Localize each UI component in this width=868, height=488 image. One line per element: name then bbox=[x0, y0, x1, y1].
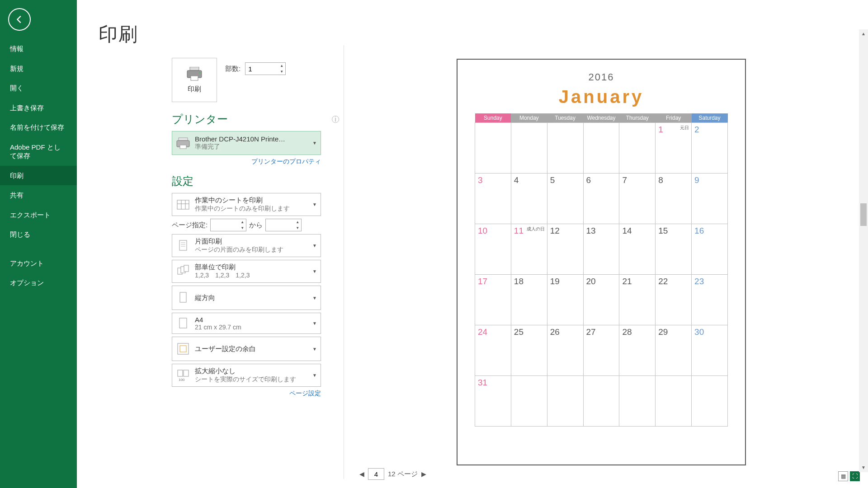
margins-selector[interactable]: ユーザー設定の余白 ▼ bbox=[172, 337, 321, 361]
preview-scrollbar[interactable]: ▲ ▼ bbox=[859, 29, 868, 472]
sidebar-item[interactable]: 印刷 bbox=[0, 166, 77, 186]
printer-heading: プリンター i bbox=[172, 112, 339, 127]
scroll-thumb[interactable] bbox=[860, 203, 867, 226]
sidebar-item[interactable]: 閉じる bbox=[0, 225, 77, 244]
no-scaling-icon: 100 bbox=[176, 368, 190, 383]
svg-point-7 bbox=[199, 71, 201, 73]
next-page-icon[interactable]: ▶ bbox=[421, 470, 426, 478]
calendar-cell: 2 bbox=[692, 123, 728, 174]
calendar-cell: 29 bbox=[656, 325, 692, 376]
svg-rect-21 bbox=[184, 265, 189, 272]
paper-title: A4 bbox=[195, 316, 310, 324]
back-button[interactable] bbox=[8, 8, 31, 31]
sides-selector[interactable]: 片面印刷 ページの片面のみを印刷します ▼ bbox=[172, 234, 321, 257]
calendar-cell: 20 bbox=[583, 275, 619, 325]
calendar-cell bbox=[619, 376, 656, 427]
sheets-icon bbox=[176, 197, 190, 212]
current-page-input[interactable] bbox=[368, 468, 384, 480]
collate-sub: 1,2,3 1,2,3 1,2,3 bbox=[195, 272, 310, 280]
scaling-sub: シートを実際のサイズで印刷します bbox=[195, 375, 310, 384]
copies-up-icon[interactable]: ▲ bbox=[278, 63, 285, 69]
sidebar-item[interactable]: 新規 bbox=[0, 59, 77, 79]
calendar-cell bbox=[547, 123, 583, 174]
zoom-whole-page-icon[interactable]: ▦ bbox=[838, 471, 848, 481]
calendar-cell bbox=[475, 123, 511, 174]
scaling-title: 拡大縮小なし bbox=[195, 367, 310, 375]
page-setup-link[interactable]: ページ設定 bbox=[172, 389, 321, 398]
calendar-cell: 22 bbox=[656, 275, 692, 325]
margins-title: ユーザー設定の余白 bbox=[195, 345, 310, 353]
calendar-table: SundayMondayTuesdayWednesdayThursdayFrid… bbox=[475, 113, 728, 427]
sidebar-item[interactable]: アカウント bbox=[0, 253, 77, 273]
svg-rect-27 bbox=[184, 370, 189, 376]
info-icon[interactable]: i bbox=[332, 116, 339, 123]
zoom-to-page-icon[interactable]: ⛶ bbox=[850, 471, 860, 481]
calendar-cell: 7 bbox=[619, 174, 656, 224]
chevron-down-icon: ▼ bbox=[312, 269, 317, 274]
orientation-selector[interactable]: 縦方向 ▼ bbox=[172, 286, 321, 310]
calendar-cell: 25 bbox=[511, 325, 547, 376]
page-icon bbox=[176, 316, 190, 331]
paper-selector[interactable]: A4 21 cm x 29.7 cm ▼ bbox=[172, 313, 321, 334]
calendar-dow: Thursday bbox=[619, 113, 656, 123]
spin-down-icon[interactable]: ▼ bbox=[239, 225, 246, 231]
calendar-cell: 11成人の日 bbox=[511, 224, 547, 275]
calendar-cell: 5 bbox=[547, 174, 583, 224]
svg-rect-15 bbox=[179, 240, 187, 250]
margins-icon bbox=[176, 342, 190, 356]
calendar-dow: Friday bbox=[656, 113, 692, 123]
calendar-cell: 8 bbox=[656, 174, 692, 224]
svg-rect-26 bbox=[178, 370, 183, 376]
calendar-cell bbox=[583, 123, 619, 174]
printer-name: Brother DCP-J4210N Printe… bbox=[195, 135, 310, 143]
spin-up-icon[interactable]: ▲ bbox=[294, 219, 301, 225]
scaling-selector[interactable]: 100 拡大縮小なし シートを実際のサイズで印刷します ▼ bbox=[172, 364, 321, 387]
calendar-cell: 30 bbox=[692, 325, 728, 376]
chevron-down-icon: ▼ bbox=[312, 296, 317, 300]
page-range-row: ページ指定: ▲▼ から ▲▼ bbox=[172, 219, 321, 231]
calendar-cell: 13 bbox=[583, 224, 619, 275]
calendar-cell bbox=[619, 123, 656, 174]
copies-down-icon[interactable]: ▼ bbox=[278, 69, 285, 75]
sidebar-item[interactable]: 共有 bbox=[0, 185, 77, 205]
spin-down-icon[interactable]: ▼ bbox=[294, 225, 301, 231]
svg-rect-10 bbox=[180, 145, 186, 149]
preview-page: 2016 January SundayMondayTuesdayWednesda… bbox=[457, 59, 746, 465]
printer-selector[interactable]: Brother DCP-J4210N Printe… 準備完了 ▼ bbox=[172, 131, 321, 155]
backstage-main: 印刷 印刷 部数: ▲ ▼ プリンター i bbox=[77, 0, 868, 488]
chevron-down-icon: ▼ bbox=[312, 202, 317, 207]
chevron-down-icon: ▼ bbox=[312, 321, 317, 326]
page-navigation: ◀ 12 ページ ▶ bbox=[359, 468, 426, 480]
chevron-down-icon: ▼ bbox=[312, 347, 317, 352]
scroll-up-icon[interactable]: ▲ bbox=[859, 29, 868, 38]
sidebar-item[interactable]: 開く bbox=[0, 78, 77, 98]
printer-properties-link[interactable]: プリンターのプロパティ bbox=[172, 158, 321, 166]
print-what-selector[interactable]: 作業中のシートを印刷 作業中のシートのみを印刷します ▼ bbox=[172, 193, 321, 216]
calendar-cell: 14 bbox=[619, 224, 656, 275]
print-button[interactable]: 印刷 bbox=[172, 58, 217, 102]
calendar-cell: 3 bbox=[475, 174, 511, 224]
sidebar-item[interactable]: 上書き保存 bbox=[0, 98, 77, 118]
chevron-down-icon: ▼ bbox=[312, 243, 317, 248]
sidebar-item[interactable]: エクスポート bbox=[0, 205, 77, 225]
calendar-cell: 17 bbox=[475, 275, 511, 325]
scroll-down-icon[interactable]: ▼ bbox=[859, 463, 868, 472]
backstage-sidebar: 情報新規開く上書き保存名前を付けて保存Adobe PDF として保存印刷共有エク… bbox=[0, 0, 77, 488]
calendar-cell bbox=[511, 376, 547, 427]
calendar-cell: 4 bbox=[511, 174, 547, 224]
settings-heading: 設定 bbox=[172, 174, 339, 188]
sidebar-item[interactable]: Adobe PDF として保存 bbox=[0, 137, 77, 166]
svg-rect-24 bbox=[178, 343, 189, 354]
calendar-dow: Wednesday bbox=[583, 113, 619, 123]
spin-up-icon[interactable]: ▲ bbox=[239, 219, 246, 225]
collate-selector[interactable]: 部単位で印刷 1,2,3 1,2,3 1,2,3 ▼ bbox=[172, 260, 321, 283]
calendar-dow: Saturday bbox=[692, 113, 728, 123]
sidebar-item[interactable]: 情報 bbox=[0, 39, 77, 59]
sidebar-item[interactable]: オプション bbox=[0, 273, 77, 293]
prev-page-icon[interactable]: ◀ bbox=[359, 470, 364, 478]
calendar-cell: 23 bbox=[692, 275, 728, 325]
calendar-cell: 28 bbox=[619, 325, 656, 376]
svg-text:100: 100 bbox=[179, 378, 185, 382]
sidebar-item[interactable]: 名前を付けて保存 bbox=[0, 117, 77, 137]
sides-title: 片面印刷 bbox=[195, 237, 310, 246]
